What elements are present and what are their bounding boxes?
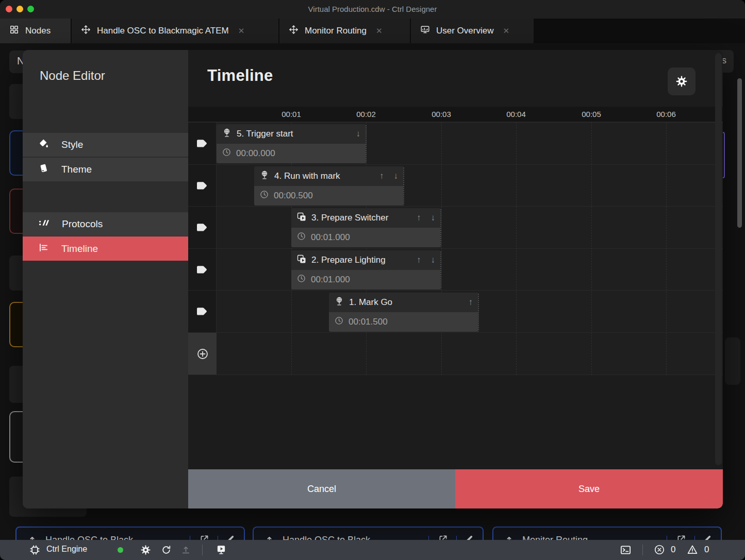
block-time: 00:00.500 (254, 186, 403, 206)
background-scrollbar[interactable] (737, 78, 742, 228)
block-name: 5. Trigger start (237, 129, 293, 139)
sidebar-item-label: Theme (61, 164, 92, 175)
move-up-button[interactable]: ↑ (469, 297, 473, 308)
background-panel-item (725, 337, 740, 385)
engine-label: Ctrl Engine (46, 545, 87, 554)
add-cue-button[interactable] (188, 333, 217, 375)
tab-handle-osc[interactable]: Handle OSC to Blackmagic ATEM ✕ (72, 19, 278, 43)
panel-scrollbar[interactable] (715, 53, 722, 465)
title-bar: Virtual Production.cdw - Ctrl Designer (0, 0, 745, 19)
monitor-play-icon[interactable] (216, 544, 227, 557)
clock-icon (222, 147, 231, 160)
plus-circle-icon (196, 348, 209, 360)
page-title: Timeline (207, 66, 273, 85)
status-bar: Ctrl Engine 0 0 (0, 540, 745, 560)
block-time-value: 00:01.500 (349, 317, 388, 327)
globe-stand-icon (259, 170, 270, 183)
timeline-panel: Timeline 00:01 00:02 00:03 00:04 00:05 0… (188, 50, 723, 508)
dialog-footer: Cancel Save (188, 469, 723, 508)
globe-stand-icon (222, 128, 232, 141)
save-button[interactable]: Save (455, 469, 723, 508)
block-name: 3. Prepare Switcher (311, 213, 388, 223)
move-up-button[interactable]: ↑ (379, 171, 384, 181)
error-count: 0 (671, 545, 675, 555)
tag-icon (196, 306, 209, 317)
monitor-icon (420, 25, 430, 37)
move-icon (81, 25, 91, 37)
timeline-block-trigger-start[interactable]: 5. Trigger start ↓ 00:00.000 (217, 124, 367, 163)
close-icon[interactable]: ✕ (503, 26, 509, 36)
sidebar-item-label: Protocols (62, 218, 103, 230)
move-down-button[interactable]: ↓ (356, 129, 361, 139)
theme-icon (38, 163, 49, 176)
tag-icon (196, 222, 209, 233)
timeline-block-mark-go[interactable]: 1. Mark Go ↑ 00:01.500 (329, 293, 479, 332)
block-time: 00:01.500 (329, 312, 478, 332)
block-time: 00:00.000 (217, 144, 366, 163)
timeline-settings-button[interactable] (668, 67, 696, 95)
tab-user-overview[interactable]: User Overview ✕ (411, 19, 534, 43)
block-time: 00:01.000 (291, 228, 440, 247)
sidebar-item-theme[interactable]: Theme (23, 158, 188, 181)
warning-count: 0 (704, 545, 709, 555)
tab-label: Monitor Routing (305, 26, 367, 36)
clock-icon (296, 274, 306, 286)
ruler-tick: 00:04 (501, 107, 532, 122)
timeline-block-run-with-mark[interactable]: 4. Run with mark ↑ ↓ 00:00.500 (254, 166, 404, 206)
sidebar-item-label: Timeline (61, 243, 98, 254)
ruler-tick: 00:02 (351, 107, 382, 122)
error-count-icon[interactable] (654, 544, 665, 557)
close-icon[interactable]: ✕ (376, 26, 383, 36)
ruler-tick: 00:05 (576, 107, 607, 122)
engine-status-dot (118, 547, 123, 553)
ruler-tick: 00:03 (426, 107, 457, 122)
node-editor-title: Node Editor (40, 69, 105, 83)
warning-count-icon[interactable] (687, 544, 698, 557)
grid-line (441, 122, 442, 375)
tag-icon (196, 138, 209, 149)
gear-icon (675, 75, 688, 88)
cue-tag-handle[interactable] (188, 290, 217, 332)
engine-settings-gear-icon[interactable] (140, 545, 151, 557)
tag-icon (196, 180, 209, 191)
divider (202, 545, 203, 555)
timeline-block-prepare-lighting[interactable]: 2. Prepare Lighting ↑ ↓ 00:01.000 (291, 250, 441, 290)
cue-tag-handle[interactable] (188, 206, 217, 248)
block-time-value: 00:00.000 (236, 148, 275, 159)
cancel-button[interactable]: Cancel (188, 469, 455, 508)
block-time-value: 00:00.500 (274, 191, 313, 201)
app-window: N s Handle OSC to Black Handle OSC to Bl… (0, 0, 745, 560)
chip-icon (29, 544, 41, 558)
cue-tag-handle[interactable] (188, 248, 217, 291)
node-editor-sidebar: Node Editor Basics Style Theme Propertie… (23, 50, 188, 508)
cue-tag-handle[interactable] (188, 122, 217, 164)
block-name: 4. Run with mark (274, 171, 340, 181)
grid-line (516, 122, 517, 375)
cue-tag-handle[interactable] (188, 164, 217, 207)
timeline-block-prepare-switcher[interactable]: 3. Prepare Switcher ↑ ↓ 00:01.000 (291, 208, 441, 247)
layers-play-icon (296, 254, 307, 267)
move-down-button[interactable]: ↓ (431, 255, 436, 265)
close-icon[interactable]: ✕ (238, 26, 245, 36)
upload-icon[interactable] (180, 545, 191, 557)
ruler-tick: 00:06 (651, 107, 682, 122)
move-up-button[interactable]: ↑ (417, 255, 421, 265)
move-down-button[interactable]: ↓ (394, 171, 399, 181)
sidebar-item-timeline[interactable]: Timeline (23, 236, 188, 261)
sidebar-item-style[interactable]: Style (23, 133, 188, 157)
tab-monitor-routing[interactable]: Monitor Routing ✕ (279, 19, 410, 43)
clock-icon (259, 190, 269, 202)
timeline-tracks: 5. Trigger start ↓ 00:00.000 4. Run with… (188, 122, 723, 375)
refresh-icon[interactable] (161, 545, 172, 557)
clock-icon (296, 231, 306, 244)
sidebar-item-protocols[interactable]: Protocols (23, 212, 188, 236)
tab-bar: Nodes Handle OSC to Blackmagic ATEM ✕ Mo… (0, 19, 745, 43)
terminal-icon[interactable] (620, 544, 632, 558)
grid-line (666, 122, 667, 375)
layers-play-icon (296, 212, 307, 225)
move-down-button[interactable]: ↓ (431, 213, 436, 223)
move-up-button[interactable]: ↑ (417, 213, 421, 223)
globe-stand-icon (334, 296, 344, 309)
protocols-icon (38, 217, 49, 231)
tab-nodes[interactable]: Nodes (0, 19, 71, 43)
